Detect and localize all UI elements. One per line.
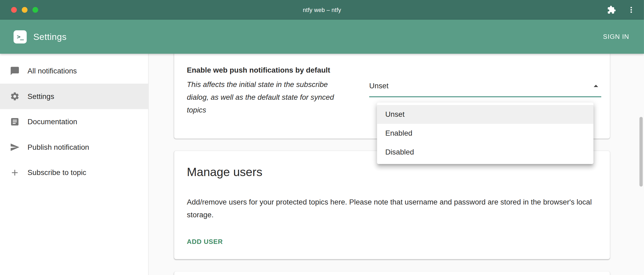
menu-option-disabled[interactable]: Disabled xyxy=(377,143,594,162)
scrollbar-thumb[interactable] xyxy=(639,117,643,186)
arrow-drop-up-icon xyxy=(590,81,601,91)
ntfy-logo-icon: >_ xyxy=(14,30,27,43)
window-title: ntfy web – ntfy xyxy=(0,7,644,13)
manage-users-description: Add/remove users for your protected topi… xyxy=(187,196,594,222)
chat-bubble-icon xyxy=(10,66,20,76)
gear-icon xyxy=(10,91,20,101)
sidebar-item-settings[interactable]: Settings xyxy=(0,84,148,109)
sidebar-item-label: All notifications xyxy=(27,67,77,75)
sign-in-button[interactable]: SIGN IN xyxy=(599,30,633,44)
manage-users-card: Manage users Add/remove users for your p… xyxy=(174,151,610,259)
minimize-button[interactable] xyxy=(22,7,28,13)
manage-users-title: Manage users xyxy=(187,165,597,179)
kebab-menu-icon[interactable] xyxy=(627,5,636,14)
plus-icon xyxy=(10,168,20,178)
sidebar-item-publish-notification[interactable]: Publish notification xyxy=(0,135,148,160)
partial-next-card xyxy=(174,272,610,275)
add-user-button[interactable]: ADD USER xyxy=(187,238,223,246)
sidebar-item-label: Subscribe to topic xyxy=(27,168,86,177)
web-push-setting-title: Enable web push notifications by default xyxy=(187,66,330,74)
sidebar-item-label: Settings xyxy=(27,92,54,101)
sidebar-item-documentation[interactable]: Documentation xyxy=(0,109,148,135)
window-titlebar: ntfy web – ntfy xyxy=(0,0,644,20)
sidebar-item-label: Documentation xyxy=(27,118,77,126)
web-push-setting-description: This affects the initial state in the su… xyxy=(187,78,344,116)
select-value: Unset xyxy=(369,82,389,90)
extensions-puzzle-icon[interactable] xyxy=(607,5,616,14)
screen: ntfy web – ntfy >_ Settings SIGN IN xyxy=(0,0,644,275)
sidebar-item-all-notifications[interactable]: All notifications xyxy=(0,58,148,84)
web-push-default-select[interactable]: Unset xyxy=(369,80,601,97)
sidebar: All notifications Settings Documentation xyxy=(0,54,149,275)
send-icon xyxy=(10,142,20,152)
page-title: Settings xyxy=(33,31,67,42)
web-push-select-menu: Unset Enabled Disabled xyxy=(377,103,594,164)
close-button[interactable] xyxy=(11,7,17,13)
logo-glyph: >_ xyxy=(17,33,23,40)
maximize-button[interactable] xyxy=(32,7,38,13)
menu-option-enabled[interactable]: Enabled xyxy=(377,124,594,143)
article-icon xyxy=(10,117,20,127)
app-bar: >_ Settings SIGN IN xyxy=(0,20,644,54)
main-content: Enable web push notifications by default… xyxy=(149,54,644,275)
sidebar-item-subscribe-to-topic[interactable]: Subscribe to topic xyxy=(0,160,148,185)
menu-option-unset[interactable]: Unset xyxy=(377,105,594,124)
sidebar-item-label: Publish notification xyxy=(27,143,89,151)
traffic-lights xyxy=(11,7,38,13)
